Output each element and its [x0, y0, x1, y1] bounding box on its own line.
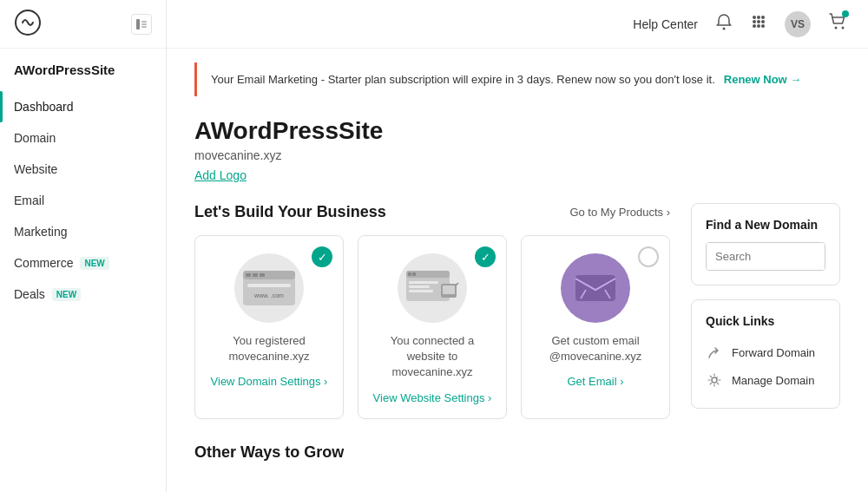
manage-domain-icon: [706, 371, 723, 389]
email-card-icon: [561, 253, 630, 323]
page-content: Your Email Marketing - Starter plan subs…: [167, 49, 868, 492]
find-domain-box: Find a New Domain: [691, 203, 840, 285]
quick-links-title: Quick Links: [706, 314, 825, 328]
cart-icon[interactable]: [828, 12, 847, 36]
svg-rect-1: [136, 19, 140, 30]
svg-point-12: [753, 24, 756, 28]
manage-domain-label: Manage Domain: [732, 374, 814, 387]
svg-rect-26: [408, 272, 411, 276]
svg-rect-28: [409, 281, 438, 284]
forward-domain-label: Forward Domain: [732, 346, 815, 359]
manage-domain-link[interactable]: Manage Domain: [706, 366, 825, 394]
svg-text:www. .com: www. .com: [253, 292, 284, 298]
domain-card: ✓ www. .com: [194, 235, 344, 419]
build-section-title: Let's Build Your Business: [194, 203, 386, 221]
main-col: Let's Build Your Business Go to My Produ…: [194, 203, 670, 462]
page-domain: movecanine.xyz: [194, 148, 840, 162]
email-card-link[interactable]: Get Email ›: [567, 375, 623, 388]
website-card-check: ✓: [475, 246, 496, 267]
email-card: Get custom email @movecanine.xyz Get Ema…: [521, 235, 670, 419]
logo-icon: [14, 9, 42, 40]
go-to-products-link[interactable]: Go to My Products ›: [569, 206, 670, 219]
svg-point-15: [835, 27, 838, 30]
website-card-link[interactable]: View Website Settings ›: [373, 391, 492, 404]
build-cards-row: ✓ www. .com: [194, 235, 670, 419]
svg-rect-3: [141, 23, 147, 25]
nav-list: Dashboard Domain Website Email Marketing…: [0, 91, 166, 310]
svg-rect-22: [247, 284, 291, 287]
domain-card-desc: You registered movecanine.xyz: [209, 333, 329, 364]
svg-point-14: [761, 24, 765, 28]
svg-rect-27: [412, 272, 416, 276]
two-col-layout: Let's Build Your Business Go to My Produ…: [194, 203, 840, 462]
svg-point-7: [757, 16, 760, 19]
sidebar-header: [0, 0, 166, 49]
svg-point-9: [753, 20, 756, 23]
sidebar-item-email[interactable]: Email: [0, 185, 166, 216]
svg-point-6: [753, 16, 756, 19]
domain-card-check: ✓: [312, 246, 332, 267]
domain-card-link[interactable]: View Domain Settings ›: [211, 375, 328, 388]
sidebar-item-domain[interactable]: Domain: [0, 122, 166, 154]
sidebar-item-marketing[interactable]: Marketing: [0, 216, 166, 247]
help-center-link[interactable]: Help Center: [633, 17, 698, 31]
svg-rect-20: [253, 273, 258, 277]
website-card-desc: You connected a website to movecanine.xy…: [372, 333, 492, 381]
commerce-new-badge: NEW: [80, 257, 108, 270]
bell-icon[interactable]: [715, 13, 733, 35]
grid-icon[interactable]: [750, 13, 767, 35]
email-card-check-empty: [638, 246, 659, 267]
avatar[interactable]: VS: [785, 11, 811, 37]
svg-point-10: [757, 20, 760, 23]
svg-line-33: [456, 283, 458, 285]
svg-rect-2: [141, 21, 147, 23]
find-domain-title: Find a New Domain: [706, 218, 825, 232]
other-ways-title: Other Ways to Grow: [194, 443, 670, 462]
page-title: AWordPressSite: [194, 117, 840, 145]
sidebar: AWordPressSite Dashboard Domain Website …: [0, 0, 167, 492]
svg-rect-19: [246, 273, 251, 277]
domain-search-input[interactable]: [707, 243, 825, 270]
top-nav: Help Center VS: [167, 0, 868, 49]
forward-domain-link[interactable]: Forward Domain: [706, 338, 825, 366]
svg-point-13: [757, 24, 760, 28]
website-card: ✓: [358, 235, 507, 419]
sidebar-item-commerce[interactable]: Commerce NEW: [0, 247, 166, 279]
collapse-sidebar-button[interactable]: [131, 14, 152, 35]
website-card-icon: [398, 253, 467, 323]
svg-point-8: [761, 16, 765, 19]
renew-now-link[interactable]: Renew Now →: [724, 73, 802, 86]
banner-text: Your Email Marketing - Starter plan subs…: [211, 73, 715, 86]
svg-point-16: [842, 27, 845, 30]
sidebar-item-deals[interactable]: Deals NEW: [0, 279, 166, 310]
main-content: Help Center VS Your Email Marketing - St…: [167, 0, 868, 492]
expiry-banner: Your Email Marketing - Starter plan subs…: [194, 62, 840, 96]
sidebar-item-dashboard[interactable]: Dashboard: [0, 91, 166, 122]
cart-dot: [842, 10, 849, 17]
sidebar-item-website[interactable]: Website: [0, 154, 166, 185]
quick-links-box: Quick Links Forward Domain Manage Domain: [691, 299, 840, 409]
add-logo-link[interactable]: Add Logo: [194, 168, 247, 182]
right-panel: Find a New Domain Quick Links F: [691, 203, 840, 409]
forward-domain-icon: [706, 344, 723, 361]
build-section-header: Let's Build Your Business Go to My Produ…: [194, 203, 670, 221]
site-name-label: AWordPressSite: [0, 49, 166, 84]
svg-rect-29: [409, 285, 430, 288]
svg-rect-32: [443, 285, 455, 294]
email-card-desc: Get custom email @movecanine.xyz: [536, 333, 655, 364]
svg-point-11: [761, 20, 765, 23]
deals-new-badge: NEW: [52, 288, 81, 301]
domain-search-row: [706, 242, 825, 271]
domain-card-icon: www. .com: [234, 253, 304, 323]
svg-rect-4: [141, 26, 147, 28]
svg-point-5: [723, 28, 726, 30]
svg-rect-21: [260, 273, 265, 277]
svg-rect-30: [409, 290, 433, 292]
